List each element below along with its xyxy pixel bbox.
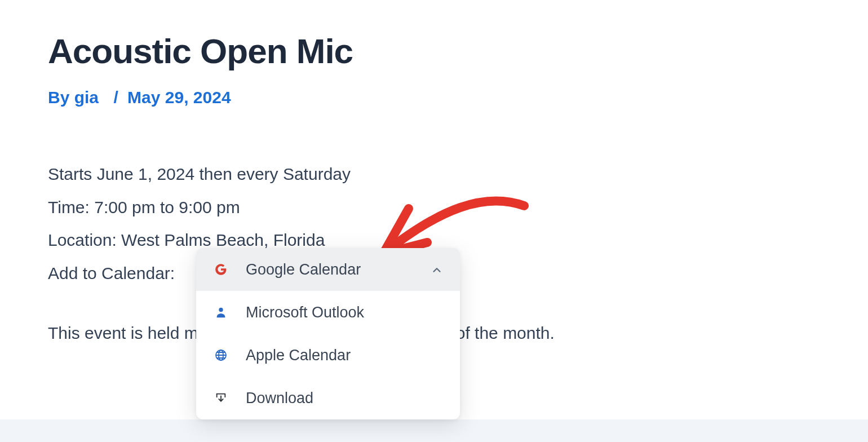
time-label: Time: [48,198,90,216]
time-value: 7:00 pm to 9:00 pm [94,198,240,216]
location-value: West Palms Beach, Florida [121,231,325,249]
calendar-option-download[interactable]: Download [196,377,460,419]
calendar-option-google[interactable]: Google Calendar [196,248,460,291]
location-label: Location: [48,231,117,249]
byline-prefix: By [48,88,69,107]
svg-point-0 [219,308,223,312]
calendar-option-label: Google Calendar [246,261,431,279]
calendar-option-label: Download [246,390,444,407]
chevron-up-icon [431,263,444,276]
calendar-option-label: Apple Calendar [246,347,444,364]
post-date: May 29, 2024 [127,88,231,107]
add-to-calendar-label: Add to Calendar: [48,264,175,282]
event-schedule: Starts June 1, 2024 then every Saturday [48,158,820,191]
download-icon [212,389,230,407]
byline: By gia / May 29, 2024 [48,88,820,107]
outlook-icon [212,303,230,321]
page-title: Acoustic Open Mic [48,31,820,71]
byline-separator: / [113,88,118,107]
calendar-option-label: Microsoft Outlook [246,304,444,321]
calendar-dropdown: Google Calendar Microsoft Outlook Apple … [196,248,460,419]
footer-band [0,419,868,442]
globe-icon [212,346,230,364]
google-icon [212,260,230,279]
calendar-option-outlook[interactable]: Microsoft Outlook [196,291,460,334]
calendar-option-apple[interactable]: Apple Calendar [196,334,460,377]
event-time: Time: 7:00 pm to 9:00 pm [48,191,820,224]
author-link[interactable]: gia [74,88,99,107]
